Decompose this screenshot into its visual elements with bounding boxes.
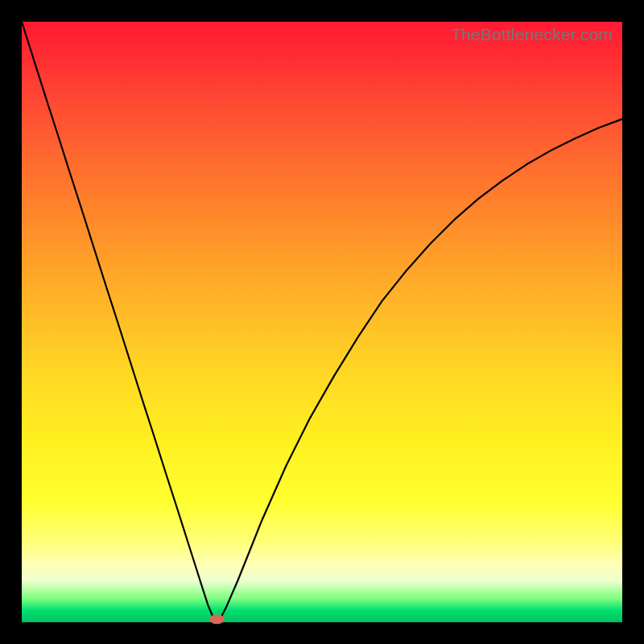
curve-path bbox=[22, 22, 622, 619]
bottleneck-curve bbox=[22, 22, 622, 622]
chart-frame: TheBottlenecker.com bbox=[0, 0, 644, 644]
optimal-point-marker bbox=[209, 615, 224, 624]
plot-area: TheBottlenecker.com bbox=[22, 22, 622, 622]
